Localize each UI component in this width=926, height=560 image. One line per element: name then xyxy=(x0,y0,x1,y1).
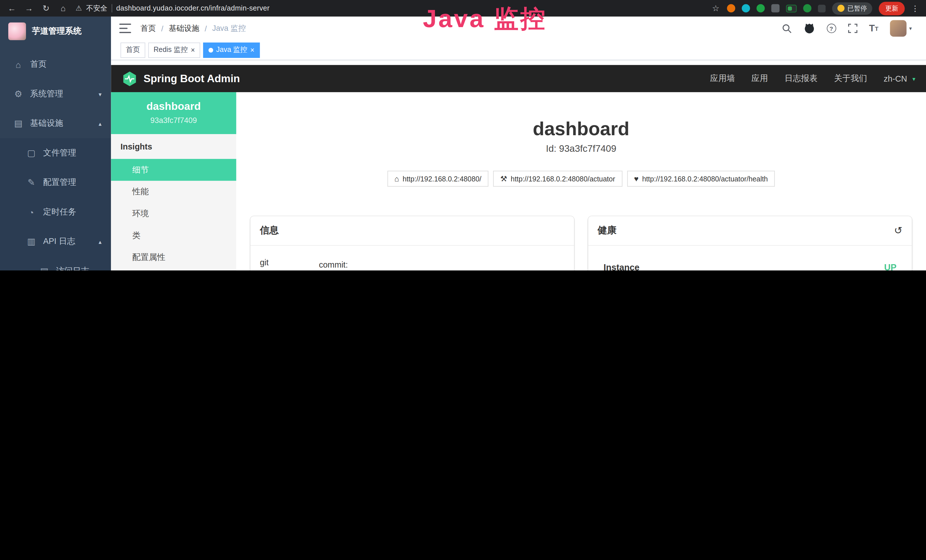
chrome-home-icon[interactable]: ⌂ xyxy=(59,3,68,13)
tags-bar: 首页 Redis 监控 × Java 监控 × xyxy=(111,40,926,60)
sba-nav-journal[interactable]: 日志报表 xyxy=(785,73,818,84)
sba-insights-group: Insights 细节 性能 环境 类 配置属性 计划任务 xyxy=(111,134,236,271)
main-column: 首页 基础设施 Java 监控 ? xyxy=(111,17,926,271)
sba-body: dashboard 93a3fc7f7409 Insights 细节 性能 环境… xyxy=(111,92,926,271)
sidebar-item-access-logs[interactable]: ▤ 访问日志 xyxy=(0,256,111,271)
extension-leaf-icon[interactable] xyxy=(803,4,811,12)
sba-nav-about[interactable]: 关于我们 xyxy=(834,73,867,84)
sba-content: dashboard Id: 93a3fc7f7409 ⌂ http://192.… xyxy=(236,92,926,271)
sidebar-item-file-management[interactable]: ▢ 文件管理 xyxy=(0,138,111,168)
cards-grid: 信息 git commit: time: 1596289704000 id: 2 xyxy=(250,216,912,271)
sba-nav-applications[interactable]: 应用 xyxy=(752,73,768,84)
info-row-label: git xyxy=(260,257,319,271)
extension-on-toggle-icon[interactable] xyxy=(786,5,796,12)
github-icon[interactable] xyxy=(803,23,814,34)
chevron-up-icon: ▴ xyxy=(99,120,101,127)
info-card-title: 信息 xyxy=(250,216,574,246)
close-icon[interactable]: × xyxy=(250,47,254,54)
fullscreen-icon[interactable] xyxy=(848,24,857,33)
paused-badge[interactable]: 已暂停 xyxy=(832,2,872,14)
search-icon[interactable] xyxy=(782,23,792,33)
instance-id-line: Id: 93a3fc7f7409 xyxy=(250,144,912,154)
health-url-link[interactable]: ♥ http://192.168.0.2:48080/actuator/heal… xyxy=(627,171,775,186)
extension-puzzle-icon[interactable] xyxy=(818,5,826,12)
text-size-icon[interactable]: TT xyxy=(869,23,878,34)
app-title: 芋道管理系统 xyxy=(32,26,82,36)
sba-instance-header: dashboard 93a3fc7f7409 xyxy=(111,92,236,134)
update-button[interactable]: 更新 xyxy=(879,2,905,15)
sba-item-config-props[interactable]: 配置属性 xyxy=(111,247,236,268)
sba-item-details[interactable]: 细节 xyxy=(111,159,236,181)
caret-down-icon: ▾ xyxy=(909,26,912,31)
tag-java-monitor[interactable]: Java 监控 × xyxy=(203,42,260,58)
sidebar-item-system-management[interactable]: ⚙ 系统管理 ▾ xyxy=(0,79,111,109)
history-icon[interactable]: ↺ xyxy=(894,224,903,237)
actuator-url-link[interactable]: ⚒ http://192.168.0.2:48080/actuator xyxy=(493,171,622,186)
sba-logo-icon xyxy=(122,70,138,86)
bookmark-star-icon[interactable]: ☆ xyxy=(711,3,720,13)
sba-brand[interactable]: Spring Boot Admin xyxy=(144,73,240,85)
access-log-icon: ▤ xyxy=(38,266,51,271)
back-icon[interactable]: ← xyxy=(7,3,17,13)
browser-toolbar: ← → ↻ ⌂ ⚠ 不安全 dashboard.yudao.iocoder.cn… xyxy=(0,0,926,17)
hamburger-icon[interactable] xyxy=(119,24,131,33)
security-label: 不安全 xyxy=(86,3,107,13)
sba-navbar: Spring Boot Admin 应用墙 应用 日志报表 关于我们 zh-CN… xyxy=(111,65,926,92)
health-card-title: 健康 xyxy=(598,224,617,237)
breadcrumb-home[interactable]: 首页 xyxy=(141,23,156,34)
sba-item-scheduled-tasks[interactable]: 计划任务 xyxy=(111,268,236,271)
sba-locale-select[interactable]: zh-CN ▾ xyxy=(884,74,915,83)
breadcrumb-separator xyxy=(161,24,163,33)
sba-group-label: Insights xyxy=(111,134,236,159)
status-badge: UP xyxy=(884,262,896,271)
forward-icon[interactable]: → xyxy=(24,3,34,13)
chrome-menu-icon[interactable]: ⋮ xyxy=(911,4,919,12)
app-sidebar: 芋道管理系统 ⌂ 首页 ⚙ 系统管理 ▾ ▤ 基础设施 ▴ ▢ xyxy=(0,17,111,271)
info-git-row: git commit: time: 1596289704000 id: 27aa… xyxy=(260,257,565,271)
app-logo-row: 芋道管理系统 xyxy=(0,17,111,46)
extension-icon-2[interactable] xyxy=(742,4,750,12)
sba-nav-links: 应用墙 应用 日志报表 关于我们 zh-CN ▾ xyxy=(710,73,915,84)
active-dot xyxy=(209,48,213,53)
file-icon: ▢ xyxy=(25,148,38,158)
breadcrumb-infrastructure[interactable]: 基础设施 xyxy=(168,23,199,34)
extension-icon-3[interactable] xyxy=(757,4,765,12)
breadcrumb-current: Java 监控 xyxy=(212,23,246,34)
sidebar-item-infrastructure[interactable]: ▤ 基础设施 ▴ xyxy=(0,109,111,138)
top-navbar: 首页 基础设施 Java 监控 ? xyxy=(111,17,926,40)
tag-redis-monitor[interactable]: Redis 监控 × xyxy=(148,42,200,58)
tag-home[interactable]: 首页 xyxy=(120,42,145,58)
home-icon: ⌂ xyxy=(12,59,25,69)
help-icon[interactable]: ? xyxy=(826,24,836,33)
avatar-image xyxy=(890,20,907,36)
wrench-icon: ⚒ xyxy=(500,174,507,183)
breadcrumb-separator xyxy=(205,24,207,33)
sba-item-environment[interactable]: 环境 xyxy=(111,203,236,224)
breadcrumb: 首页 基础设施 Java 监控 xyxy=(141,23,246,34)
close-icon[interactable]: × xyxy=(191,47,195,54)
app-menu: ⌂ 首页 ⚙ 系统管理 ▾ ▤ 基础设施 ▴ ▢ 文件管理 xyxy=(0,50,111,271)
sidebar-item-scheduled-tasks[interactable]: ◔ 定时任务 xyxy=(0,197,111,227)
avatar[interactable]: ▾ xyxy=(890,20,912,36)
chevron-down-icon: ▾ xyxy=(99,91,101,97)
sba-item-metrics[interactable]: 性能 xyxy=(111,181,236,203)
health-row-label: Instance xyxy=(604,262,639,271)
extension-icon-1[interactable] xyxy=(727,4,735,12)
app-logo xyxy=(8,23,26,40)
service-url-link[interactable]: ⌂ http://192.168.0.2:48080/ xyxy=(387,171,489,186)
emoji-face-icon xyxy=(837,5,844,12)
page-title: dashboard xyxy=(250,118,912,140)
sidebar-item-config-management[interactable]: ✎ 配置管理 xyxy=(0,168,111,197)
info-card: 信息 git commit: time: 1596289704000 id: 2 xyxy=(250,216,574,271)
extensions-grid-icon[interactable] xyxy=(771,4,779,12)
warning-icon: ⚠ xyxy=(76,4,82,12)
sidebar-item-home[interactable]: ⌂ 首页 xyxy=(0,50,111,79)
reload-icon[interactable]: ↻ xyxy=(41,3,51,13)
app-shell: 芋道管理系统 ⌂ 首页 ⚙ 系统管理 ▾ ▤ 基础设施 ▴ ▢ xyxy=(0,17,926,271)
address-bar[interactable]: ⚠ 不安全 dashboard.yudao.iocoder.cn/infra/a… xyxy=(76,3,269,13)
divider xyxy=(112,4,112,12)
sba-nav-wallboard[interactable]: 应用墙 xyxy=(710,73,735,84)
sidebar-item-api-logs[interactable]: ▥ API 日志 ▴ xyxy=(0,227,111,256)
sba-item-classes[interactable]: 类 xyxy=(111,224,236,247)
api-log-icon: ▥ xyxy=(25,236,38,247)
